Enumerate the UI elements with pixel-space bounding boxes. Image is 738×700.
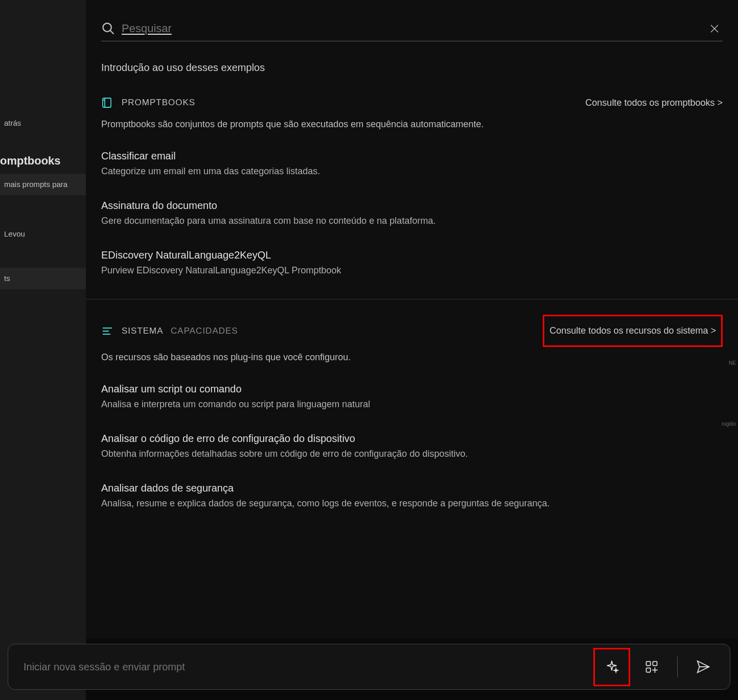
- sidebar-item-more-prompts[interactable]: mais prompts para: [0, 174, 86, 195]
- svg-rect-12: [647, 668, 651, 672]
- sidebar-label: mais prompts para: [4, 180, 67, 189]
- prompt-bar: [8, 644, 730, 690]
- promptbooks-title: PROMPTBOOKS: [122, 98, 195, 108]
- item-description: Analisa e interpreta um comando ou scrip…: [101, 399, 723, 410]
- send-icon[interactable]: [692, 656, 714, 678]
- sidebar-label: omptbooks: [0, 154, 61, 167]
- main-panel: Introdução ao uso desses exemplos PROMPT…: [86, 0, 738, 639]
- item-description: Purview EDiscovery NaturalLanguage2KeyQL…: [101, 265, 723, 276]
- system-description: Os recursos são baseados nos plug-ins qu…: [101, 352, 723, 363]
- close-icon[interactable]: [706, 20, 723, 37]
- sidebar-item-took[interactable]: Levou: [0, 223, 86, 245]
- system-item[interactable]: Analisar um script ou comando Analisa e …: [101, 383, 723, 410]
- sidebar-label: atrás: [4, 119, 21, 127]
- svg-point-0: [103, 24, 111, 32]
- promptbooks-description: Promptbooks são conjuntos de prompts que…: [101, 119, 723, 130]
- system-header: SISTEMA CAPACIDADES Consulte todos os re…: [101, 315, 723, 347]
- left-sidebar: atrás omptbooks mais prompts para Levou …: [0, 0, 86, 700]
- section-divider: [86, 299, 738, 299]
- svg-rect-11: [653, 662, 657, 666]
- divider: [677, 657, 678, 677]
- edge-label-rugido: rugido: [718, 421, 738, 427]
- see-all-system-link[interactable]: Consulte todos os recursos do sistema >: [549, 325, 716, 336]
- search-input[interactable]: [122, 22, 706, 35]
- item-title: Analisar dados de segurança: [101, 482, 723, 494]
- edge-label-ne: NE: [723, 360, 738, 366]
- svg-rect-4: [103, 98, 111, 107]
- item-title: Assinatura do documento: [101, 200, 723, 212]
- item-title: Analisar um script ou comando: [101, 383, 723, 395]
- sparkle-highlight: [593, 648, 630, 686]
- svg-line-1: [110, 31, 114, 34]
- list-icon: [101, 325, 113, 337]
- sidebar-item-ts[interactable]: ts: [0, 268, 86, 289]
- item-title: Classificar email: [101, 150, 723, 162]
- system-item[interactable]: Analisar o código de erro de configuraçã…: [101, 433, 723, 459]
- item-description: Obtenha informações detalhadas sobre um …: [101, 449, 723, 459]
- sparkle-icon[interactable]: [601, 656, 623, 678]
- system-item[interactable]: Analisar dados de segurança Analisa, res…: [101, 482, 723, 509]
- sidebar-item-back[interactable]: atrás: [0, 112, 86, 134]
- search-icon: [101, 21, 116, 36]
- sidebar-label: ts: [4, 274, 10, 283]
- system-title: SISTEMA: [122, 326, 164, 336]
- item-description: Analisa, resume e explica dados de segur…: [101, 498, 723, 509]
- promptbook-item[interactable]: Assinatura do documento Gere documentaçã…: [101, 200, 723, 226]
- item-description: Categorize um email em uma das categoria…: [101, 166, 723, 177]
- item-description: Gere documentação para uma assinatura co…: [101, 216, 723, 226]
- promptbook-item[interactable]: EDiscovery NaturalLanguage2KeyQL Purview…: [101, 249, 723, 276]
- promptbook-item[interactable]: Classificar email Categorize um email em…: [101, 150, 723, 177]
- system-title-secondary: CAPACIDADES: [171, 326, 238, 336]
- intro-text: Introdução ao uso desses exemplos: [101, 62, 723, 74]
- svg-rect-10: [647, 662, 651, 666]
- prompt-input[interactable]: [24, 661, 583, 673]
- promptbooks-header: PROMPTBOOKS Consulte todos os promptbook…: [101, 97, 723, 109]
- search-row: [101, 20, 723, 41]
- item-title: Analisar o código de erro de configuraçã…: [101, 433, 723, 445]
- see-all-system-highlight: Consulte todos os recursos do sistema >: [543, 315, 723, 347]
- apps-icon[interactable]: [640, 656, 663, 678]
- book-icon: [101, 97, 113, 109]
- sidebar-label: Levou: [4, 229, 25, 238]
- sidebar-section-promptbooks: omptbooks: [0, 134, 86, 174]
- see-all-promptbooks-link[interactable]: Consulte todos os promptbooks >: [585, 98, 723, 108]
- item-title: EDiscovery NaturalLanguage2KeyQL: [101, 249, 723, 261]
